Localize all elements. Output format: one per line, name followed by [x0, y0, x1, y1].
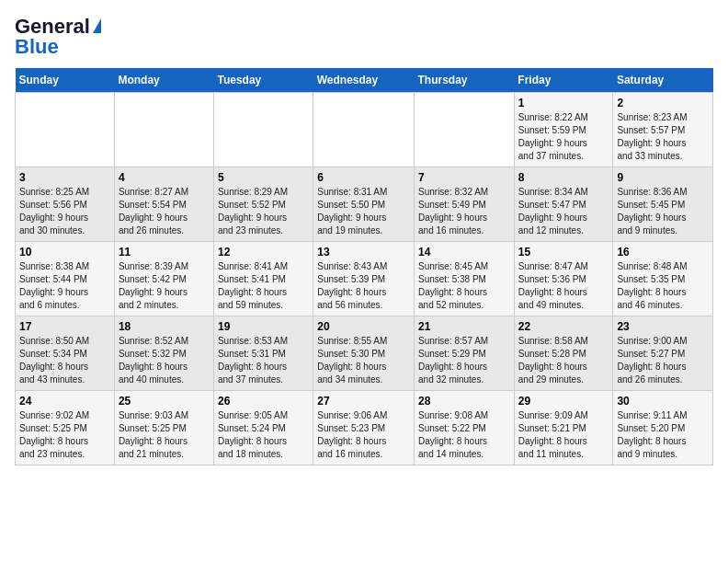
day-info: Sunrise: 8:50 AM Sunset: 5:34 PM Dayligh… [19, 335, 110, 386]
day-info: Sunrise: 9:11 AM Sunset: 5:20 PM Dayligh… [617, 409, 709, 461]
day-number: 29 [518, 395, 609, 408]
page-header: General Blue [15, 15, 713, 59]
calendar-cell: 19Sunrise: 8:53 AM Sunset: 5:31 PM Dayli… [213, 316, 313, 391]
week-row-2: 3Sunrise: 8:25 AM Sunset: 5:56 PM Daylig… [16, 167, 713, 242]
day-info: Sunrise: 8:53 AM Sunset: 5:31 PM Dayligh… [218, 335, 309, 386]
day-info: Sunrise: 8:58 AM Sunset: 5:28 PM Dayligh… [518, 335, 609, 386]
day-info: Sunrise: 8:27 AM Sunset: 5:54 PM Dayligh… [119, 186, 210, 237]
day-number: 16 [617, 246, 709, 259]
day-number: 14 [418, 246, 510, 259]
day-info: Sunrise: 8:29 AM Sunset: 5:52 PM Dayligh… [218, 186, 309, 237]
calendar-cell: 3Sunrise: 8:25 AM Sunset: 5:56 PM Daylig… [16, 167, 115, 242]
calendar-cell [415, 93, 515, 167]
day-info: Sunrise: 8:39 AM Sunset: 5:42 PM Dayligh… [119, 260, 210, 312]
calendar-cell: 24Sunrise: 9:02 AM Sunset: 5:25 PM Dayli… [16, 391, 115, 465]
column-header-sunday: Sunday [16, 68, 115, 93]
column-header-wednesday: Wednesday [313, 68, 415, 93]
week-row-1: 1Sunrise: 8:22 AM Sunset: 5:59 PM Daylig… [16, 93, 713, 167]
calendar-cell: 26Sunrise: 9:05 AM Sunset: 5:24 PM Dayli… [213, 391, 313, 465]
calendar-cell: 23Sunrise: 9:00 AM Sunset: 5:27 PM Dayli… [613, 316, 713, 391]
calendar-cell: 21Sunrise: 8:57 AM Sunset: 5:29 PM Dayli… [415, 316, 515, 391]
day-info: Sunrise: 9:02 AM Sunset: 5:25 PM Dayligh… [19, 409, 110, 461]
day-info: Sunrise: 8:55 AM Sunset: 5:30 PM Dayligh… [317, 335, 410, 386]
day-info: Sunrise: 8:25 AM Sunset: 5:56 PM Dayligh… [19, 186, 110, 237]
day-number: 9 [617, 171, 709, 184]
day-number: 4 [119, 171, 210, 184]
calendar-cell: 17Sunrise: 8:50 AM Sunset: 5:34 PM Dayli… [16, 316, 115, 391]
day-info: Sunrise: 8:31 AM Sunset: 5:50 PM Dayligh… [317, 186, 410, 237]
day-number: 28 [418, 395, 510, 408]
day-number: 2 [617, 97, 709, 109]
day-number: 21 [418, 320, 510, 333]
day-number: 22 [518, 320, 609, 333]
day-number: 12 [218, 246, 309, 259]
day-info: Sunrise: 8:36 AM Sunset: 5:45 PM Dayligh… [617, 186, 709, 237]
calendar-cell [313, 93, 415, 167]
day-info: Sunrise: 8:57 AM Sunset: 5:29 PM Dayligh… [418, 335, 510, 386]
calendar-cell [213, 93, 313, 167]
calendar-cell: 15Sunrise: 8:47 AM Sunset: 5:36 PM Dayli… [514, 242, 613, 316]
calendar-table: SundayMondayTuesdayWednesdayThursdayFrid… [15, 68, 713, 465]
calendar-cell: 4Sunrise: 8:27 AM Sunset: 5:54 PM Daylig… [114, 167, 213, 242]
column-header-monday: Monday [114, 68, 213, 93]
calendar-cell: 12Sunrise: 8:41 AM Sunset: 5:41 PM Dayli… [213, 242, 313, 316]
calendar-cell: 10Sunrise: 8:38 AM Sunset: 5:44 PM Dayli… [16, 242, 115, 316]
day-number: 24 [19, 395, 110, 408]
day-info: Sunrise: 8:48 AM Sunset: 5:35 PM Dayligh… [617, 260, 709, 312]
day-info: Sunrise: 9:06 AM Sunset: 5:23 PM Dayligh… [317, 409, 410, 461]
day-number: 8 [518, 171, 609, 184]
day-info: Sunrise: 8:38 AM Sunset: 5:44 PM Dayligh… [19, 260, 110, 312]
column-header-thursday: Thursday [415, 68, 515, 93]
day-info: Sunrise: 8:23 AM Sunset: 5:57 PM Dayligh… [617, 111, 709, 163]
calendar-cell: 30Sunrise: 9:11 AM Sunset: 5:20 PM Dayli… [613, 391, 713, 465]
day-info: Sunrise: 8:47 AM Sunset: 5:36 PM Dayligh… [518, 260, 609, 312]
day-number: 3 [19, 171, 110, 184]
day-number: 20 [317, 320, 410, 333]
calendar-cell: 18Sunrise: 8:52 AM Sunset: 5:32 PM Dayli… [114, 316, 213, 391]
calendar-cell: 7Sunrise: 8:32 AM Sunset: 5:49 PM Daylig… [415, 167, 515, 242]
day-info: Sunrise: 8:52 AM Sunset: 5:32 PM Dayligh… [119, 335, 210, 386]
day-info: Sunrise: 8:22 AM Sunset: 5:59 PM Dayligh… [518, 111, 609, 163]
calendar-cell: 14Sunrise: 8:45 AM Sunset: 5:38 PM Dayli… [415, 242, 515, 316]
day-info: Sunrise: 9:05 AM Sunset: 5:24 PM Dayligh… [218, 409, 309, 461]
day-info: Sunrise: 9:09 AM Sunset: 5:21 PM Dayligh… [518, 409, 609, 461]
calendar-cell: 8Sunrise: 8:34 AM Sunset: 5:47 PM Daylig… [514, 167, 613, 242]
calendar-cell: 28Sunrise: 9:08 AM Sunset: 5:22 PM Dayli… [415, 391, 515, 465]
calendar-cell: 9Sunrise: 8:36 AM Sunset: 5:45 PM Daylig… [613, 167, 713, 242]
day-info: Sunrise: 8:45 AM Sunset: 5:38 PM Dayligh… [418, 260, 510, 312]
day-number: 10 [19, 246, 110, 259]
day-info: Sunrise: 9:03 AM Sunset: 5:25 PM Dayligh… [119, 409, 210, 461]
week-row-4: 17Sunrise: 8:50 AM Sunset: 5:34 PM Dayli… [16, 316, 713, 391]
day-number: 6 [317, 171, 410, 184]
calendar-cell [16, 93, 115, 167]
calendar-cell: 6Sunrise: 8:31 AM Sunset: 5:50 PM Daylig… [313, 167, 415, 242]
day-number: 7 [418, 171, 510, 184]
calendar-cell: 27Sunrise: 9:06 AM Sunset: 5:23 PM Dayli… [313, 391, 415, 465]
day-number: 17 [19, 320, 110, 333]
day-info: Sunrise: 8:41 AM Sunset: 5:41 PM Dayligh… [218, 260, 309, 312]
day-info: Sunrise: 9:08 AM Sunset: 5:22 PM Dayligh… [418, 409, 510, 461]
day-info: Sunrise: 8:43 AM Sunset: 5:39 PM Dayligh… [317, 260, 410, 312]
day-number: 19 [218, 320, 309, 333]
calendar-cell: 11Sunrise: 8:39 AM Sunset: 5:42 PM Dayli… [114, 242, 213, 316]
day-info: Sunrise: 9:00 AM Sunset: 5:27 PM Dayligh… [617, 335, 709, 386]
column-header-saturday: Saturday [613, 68, 713, 93]
day-number: 23 [617, 320, 709, 333]
day-number: 30 [617, 395, 709, 408]
logo-blue: Blue [15, 35, 59, 59]
day-number: 13 [317, 246, 410, 259]
calendar-cell [114, 93, 213, 167]
column-header-tuesday: Tuesday [213, 68, 313, 93]
week-row-5: 24Sunrise: 9:02 AM Sunset: 5:25 PM Dayli… [16, 391, 713, 465]
day-number: 25 [119, 395, 210, 408]
day-number: 18 [119, 320, 210, 333]
calendar-cell: 5Sunrise: 8:29 AM Sunset: 5:52 PM Daylig… [213, 167, 313, 242]
logo-triangle-icon [93, 18, 101, 33]
day-info: Sunrise: 8:34 AM Sunset: 5:47 PM Dayligh… [518, 186, 609, 237]
calendar-cell: 20Sunrise: 8:55 AM Sunset: 5:30 PM Dayli… [313, 316, 415, 391]
calendar-cell: 16Sunrise: 8:48 AM Sunset: 5:35 PM Dayli… [613, 242, 713, 316]
day-number: 26 [218, 395, 309, 408]
column-header-friday: Friday [514, 68, 613, 93]
day-number: 5 [218, 171, 309, 184]
calendar-header-row: SundayMondayTuesdayWednesdayThursdayFrid… [16, 68, 713, 93]
